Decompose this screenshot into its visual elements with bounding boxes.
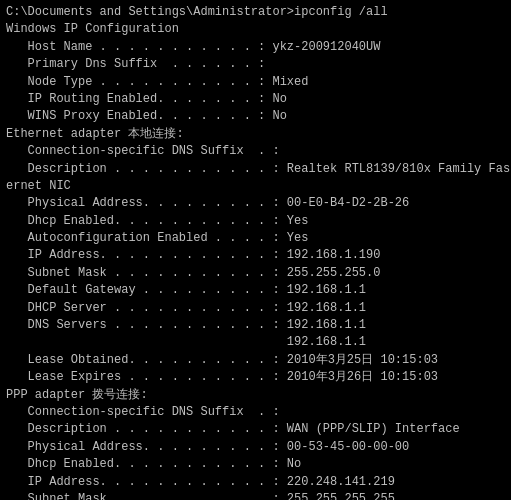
terminal-line-19: Subnet Mask . . . . . . . . . . . : 255.… xyxy=(6,265,505,282)
terminal-line-0: C:\Documents and Settings\Administrator>… xyxy=(6,4,505,21)
terminal-line-16: Dhcp Enabled. . . . . . . . . . . : Yes xyxy=(6,213,505,230)
terminal-line-23: 192.168.1.1 xyxy=(6,334,505,351)
terminal-line-7: IP Routing Enabled. . . . . . . : No xyxy=(6,91,505,108)
terminal-line-32: Dhcp Enabled. . . . . . . . . . . : No xyxy=(6,456,505,473)
terminal-line-4: Host Name . . . . . . . . . . . : ykz-20… xyxy=(6,39,505,56)
terminal-line-13: Description . . . . . . . . . . . : Real… xyxy=(6,161,505,178)
terminal-line-29: Connection-specific DNS Suffix . : xyxy=(6,404,505,421)
terminal-line-10: Ethernet adapter 本地连接: xyxy=(6,126,505,143)
terminal-line-21: DHCP Server . . . . . . . . . . . : 192.… xyxy=(6,300,505,317)
terminal-line-27: PPP adapter 拨号连接: xyxy=(6,387,505,404)
terminal-line-6: Node Type . . . . . . . . . . . : Mixed xyxy=(6,74,505,91)
terminal-line-33: IP Address. . . . . . . . . . . . : 220.… xyxy=(6,474,505,491)
terminal-line-2: Windows IP Configuration xyxy=(6,21,505,38)
terminal-line-30: Description . . . . . . . . . . . : WAN … xyxy=(6,421,505,438)
terminal-line-22: DNS Servers . . . . . . . . . . . : 192.… xyxy=(6,317,505,334)
terminal-line-8: WINS Proxy Enabled. . . . . . . : No xyxy=(6,108,505,125)
terminal-window: C:\Documents and Settings\Administrator>… xyxy=(0,0,511,500)
terminal-line-5: Primary Dns Suffix . . . . . . : xyxy=(6,56,505,73)
terminal-line-34: Subnet Mask . . . . . . . . . . . : 255.… xyxy=(6,491,505,500)
terminal-line-31: Physical Address. . . . . . . . . : 00-5… xyxy=(6,439,505,456)
terminal-line-17: Autoconfiguration Enabled . . . . : Yes xyxy=(6,230,505,247)
terminal-line-25: Lease Expires . . . . . . . . . . : 2010… xyxy=(6,369,505,386)
terminal-line-14: ernet NIC xyxy=(6,178,505,195)
terminal-line-24: Lease Obtained. . . . . . . . . . : 2010… xyxy=(6,352,505,369)
terminal-line-15: Physical Address. . . . . . . . . : 00-E… xyxy=(6,195,505,212)
terminal-line-18: IP Address. . . . . . . . . . . . : 192.… xyxy=(6,247,505,264)
terminal-line-20: Default Gateway . . . . . . . . . : 192.… xyxy=(6,282,505,299)
terminal-line-12: Connection-specific DNS Suffix . : xyxy=(6,143,505,160)
